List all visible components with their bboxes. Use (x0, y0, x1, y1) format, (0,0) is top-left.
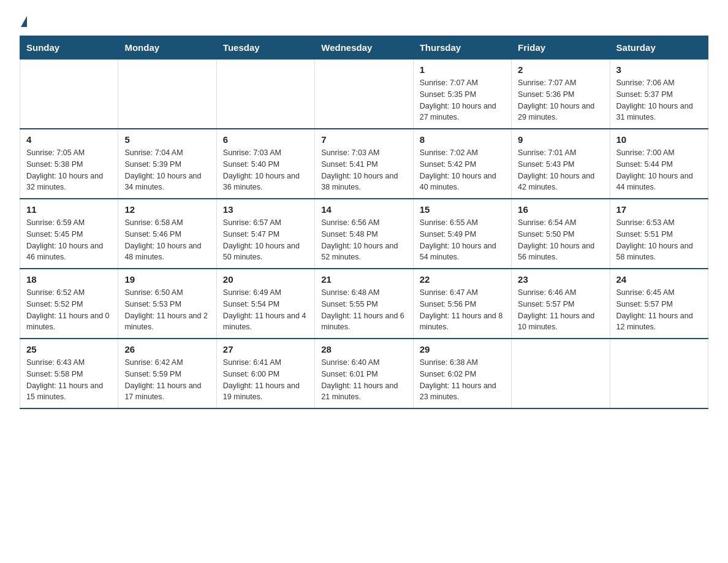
header-cell-wednesday: Wednesday (315, 36, 413, 59)
day-info: Sunrise: 6:43 AM Sunset: 5:58 PM Dayligh… (26, 357, 112, 403)
calendar-cell: 4Sunrise: 7:05 AM Sunset: 5:38 PM Daylig… (20, 129, 118, 199)
day-info: Sunrise: 7:01 AM Sunset: 5:43 PM Dayligh… (518, 147, 603, 193)
day-number: 4 (26, 134, 112, 145)
day-info: Sunrise: 6:46 AM Sunset: 5:57 PM Dayligh… (518, 287, 603, 333)
calendar-cell: 25Sunrise: 6:43 AM Sunset: 5:58 PM Dayli… (20, 339, 118, 408)
calendar-cell: 22Sunrise: 6:47 AM Sunset: 5:56 PM Dayli… (413, 269, 511, 339)
calendar-cell: 26Sunrise: 6:42 AM Sunset: 5:59 PM Dayli… (118, 339, 216, 408)
calendar-cell: 6Sunrise: 7:03 AM Sunset: 5:40 PM Daylig… (216, 129, 314, 199)
calendar-cell: 7Sunrise: 7:03 AM Sunset: 5:41 PM Daylig… (315, 129, 413, 199)
calendar-cell: 5Sunrise: 7:04 AM Sunset: 5:39 PM Daylig… (118, 129, 216, 199)
day-info: Sunrise: 6:48 AM Sunset: 5:55 PM Dayligh… (321, 287, 406, 333)
day-info: Sunrise: 7:05 AM Sunset: 5:38 PM Dayligh… (26, 147, 112, 193)
day-info: Sunrise: 7:03 AM Sunset: 5:40 PM Dayligh… (223, 147, 308, 193)
calendar-cell: 20Sunrise: 6:49 AM Sunset: 5:54 PM Dayli… (216, 269, 314, 339)
calendar-cell (610, 339, 708, 408)
calendar-cell (315, 59, 413, 129)
day-info: Sunrise: 7:02 AM Sunset: 5:42 PM Dayligh… (420, 147, 505, 193)
day-number: 28 (321, 344, 406, 354)
day-info: Sunrise: 6:42 AM Sunset: 5:59 PM Dayligh… (124, 357, 210, 403)
day-info: Sunrise: 6:47 AM Sunset: 5:56 PM Dayligh… (420, 287, 505, 333)
calendar-row-3: 11Sunrise: 6:59 AM Sunset: 5:45 PM Dayli… (20, 199, 708, 269)
calendar-cell: 10Sunrise: 7:00 AM Sunset: 5:44 PM Dayli… (610, 129, 708, 199)
day-number: 7 (321, 134, 406, 145)
calendar-cell: 13Sunrise: 6:57 AM Sunset: 5:47 PM Dayli… (216, 199, 314, 269)
day-info: Sunrise: 6:38 AM Sunset: 6:02 PM Dayligh… (420, 357, 505, 403)
day-number: 29 (420, 344, 505, 354)
day-info: Sunrise: 7:06 AM Sunset: 5:37 PM Dayligh… (616, 77, 702, 123)
calendar-cell: 11Sunrise: 6:59 AM Sunset: 5:45 PM Dayli… (20, 199, 118, 269)
day-number: 9 (518, 134, 603, 145)
calendar-cell: 19Sunrise: 6:50 AM Sunset: 5:53 PM Dayli… (118, 269, 216, 339)
day-info: Sunrise: 6:58 AM Sunset: 5:46 PM Dayligh… (124, 217, 210, 263)
header-cell-saturday: Saturday (610, 36, 708, 59)
calendar-row-5: 25Sunrise: 6:43 AM Sunset: 5:58 PM Dayli… (20, 339, 708, 408)
day-info: Sunrise: 7:00 AM Sunset: 5:44 PM Dayligh… (616, 147, 702, 193)
calendar-cell: 15Sunrise: 6:55 AM Sunset: 5:49 PM Dayli… (413, 199, 511, 269)
day-info: Sunrise: 7:04 AM Sunset: 5:39 PM Dayligh… (124, 147, 210, 193)
header-cell-thursday: Thursday (413, 36, 511, 59)
day-number: 2 (518, 64, 603, 75)
day-number: 5 (124, 134, 210, 145)
day-info: Sunrise: 6:53 AM Sunset: 5:51 PM Dayligh… (616, 217, 702, 263)
day-number: 16 (518, 204, 603, 215)
day-number: 22 (420, 274, 505, 285)
day-number: 27 (223, 344, 308, 354)
header-cell-tuesday: Tuesday (216, 36, 314, 59)
day-info: Sunrise: 6:55 AM Sunset: 5:49 PM Dayligh… (420, 217, 505, 263)
day-number: 18 (26, 274, 112, 285)
calendar-cell (512, 339, 610, 408)
calendar-table: SundayMondayTuesdayWednesdayThursdayFrid… (20, 36, 708, 409)
calendar-cell: 12Sunrise: 6:58 AM Sunset: 5:46 PM Dayli… (118, 199, 216, 269)
calendar-cell: 9Sunrise: 7:01 AM Sunset: 5:43 PM Daylig… (512, 129, 610, 199)
header-row: SundayMondayTuesdayWednesdayThursdayFrid… (20, 36, 708, 59)
day-number: 19 (124, 274, 210, 285)
logo-triangle-icon (21, 16, 27, 27)
day-number: 12 (124, 204, 210, 215)
day-number: 10 (616, 134, 702, 145)
day-number: 23 (518, 274, 603, 285)
day-info: Sunrise: 7:03 AM Sunset: 5:41 PM Dayligh… (321, 147, 406, 193)
day-info: Sunrise: 6:41 AM Sunset: 6:00 PM Dayligh… (223, 357, 308, 403)
day-number: 25 (26, 344, 112, 354)
calendar-cell: 16Sunrise: 6:54 AM Sunset: 5:50 PM Dayli… (512, 199, 610, 269)
calendar-cell: 2Sunrise: 7:07 AM Sunset: 5:36 PM Daylig… (512, 59, 610, 129)
calendar-row-4: 18Sunrise: 6:52 AM Sunset: 5:52 PM Dayli… (20, 269, 708, 339)
day-number: 13 (223, 204, 308, 215)
calendar-cell: 8Sunrise: 7:02 AM Sunset: 5:42 PM Daylig… (413, 129, 511, 199)
day-number: 8 (420, 134, 505, 145)
calendar-body: 1Sunrise: 7:07 AM Sunset: 5:35 PM Daylig… (20, 59, 708, 409)
header-cell-sunday: Sunday (20, 36, 118, 59)
day-number: 1 (420, 64, 505, 75)
calendar-cell (118, 59, 216, 129)
calendar-row-2: 4Sunrise: 7:05 AM Sunset: 5:38 PM Daylig… (20, 129, 708, 199)
day-info: Sunrise: 6:52 AM Sunset: 5:52 PM Dayligh… (26, 287, 112, 333)
calendar-cell: 21Sunrise: 6:48 AM Sunset: 5:55 PM Dayli… (315, 269, 413, 339)
day-info: Sunrise: 6:57 AM Sunset: 5:47 PM Dayligh… (223, 217, 308, 263)
calendar-cell: 29Sunrise: 6:38 AM Sunset: 6:02 PM Dayli… (413, 339, 511, 408)
day-info: Sunrise: 6:45 AM Sunset: 5:57 PM Dayligh… (616, 287, 702, 333)
calendar-cell: 14Sunrise: 6:56 AM Sunset: 5:48 PM Dayli… (315, 199, 413, 269)
calendar-cell: 3Sunrise: 7:06 AM Sunset: 5:37 PM Daylig… (610, 59, 708, 129)
day-info: Sunrise: 6:49 AM Sunset: 5:54 PM Dayligh… (223, 287, 308, 333)
day-number: 20 (223, 274, 308, 285)
calendar-cell: 18Sunrise: 6:52 AM Sunset: 5:52 PM Dayli… (20, 269, 118, 339)
logo (20, 15, 29, 26)
day-info: Sunrise: 6:59 AM Sunset: 5:45 PM Dayligh… (26, 217, 112, 263)
day-number: 26 (124, 344, 210, 354)
day-number: 6 (223, 134, 308, 145)
header-cell-friday: Friday (512, 36, 610, 59)
day-number: 24 (616, 274, 702, 285)
day-info: Sunrise: 7:07 AM Sunset: 5:36 PM Dayligh… (518, 77, 603, 123)
page-header (20, 15, 708, 26)
day-info: Sunrise: 6:56 AM Sunset: 5:48 PM Dayligh… (321, 217, 406, 263)
calendar-cell: 27Sunrise: 6:41 AM Sunset: 6:00 PM Dayli… (216, 339, 314, 408)
calendar-cell: 23Sunrise: 6:46 AM Sunset: 5:57 PM Dayli… (512, 269, 610, 339)
day-number: 14 (321, 204, 406, 215)
day-info: Sunrise: 6:54 AM Sunset: 5:50 PM Dayligh… (518, 217, 603, 263)
calendar-cell: 28Sunrise: 6:40 AM Sunset: 6:01 PM Dayli… (315, 339, 413, 408)
day-info: Sunrise: 7:07 AM Sunset: 5:35 PM Dayligh… (420, 77, 505, 123)
day-number: 17 (616, 204, 702, 215)
header-cell-monday: Monday (118, 36, 216, 59)
day-number: 3 (616, 64, 702, 75)
